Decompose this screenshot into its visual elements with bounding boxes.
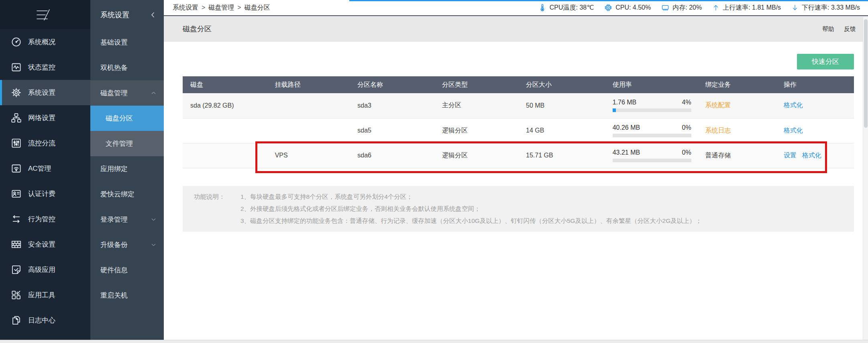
used-value: 1.76 MB <box>613 99 637 106</box>
sidebar-item-system-overview[interactable]: 系统概况 <box>0 29 90 55</box>
sidebar-item-log-center[interactable]: 日志中心 <box>0 308 90 333</box>
page-title: 磁盘分区 <box>183 24 212 34</box>
usage-meter: 1.76 MB4% <box>613 99 691 112</box>
usage-meter: 40.26 MB0% <box>613 124 691 137</box>
sidebar-item-label: 日志中心 <box>28 316 55 325</box>
format-link[interactable]: 格式化 <box>784 102 803 108</box>
used-percent: 0% <box>682 149 691 156</box>
wifi-icon <box>11 163 22 174</box>
submenu-item-ikuai-cloud-binding[interactable]: 爱快云绑定 <box>90 182 164 207</box>
notes-line: 3、磁盘分区支持绑定的功能业务包含：普通存储、行为记录、缓存加速（分区大小10G… <box>240 215 702 227</box>
submenu-header: 系统设置 <box>90 0 164 30</box>
submenu-item-label: 升级备份 <box>100 240 128 249</box>
submenu-item-label: 爱快云绑定 <box>100 190 134 199</box>
submenu-item-app-binding[interactable]: 应用绑定 <box>90 156 164 182</box>
submenu-item-hot-standby[interactable]: 双机热备 <box>90 55 164 80</box>
format-link[interactable]: 格式化 <box>802 152 821 159</box>
cell-disk <box>183 143 267 168</box>
secondary-sidebar: 系统设置 基础设置双机热备磁盘管理磁盘分区文件管理应用绑定爱快云绑定登录管理升级… <box>90 0 164 343</box>
submenu-item-label: 登录管理 <box>100 215 128 224</box>
submenu-item-label: 基础设置 <box>100 38 128 47</box>
cell-partition-type: 主分区 <box>434 93 518 118</box>
column-header-bound-service: 绑定业务 <box>697 76 776 93</box>
partition-table: 磁盘挂载路径分区名称分区类型分区大小使用率绑定业务操作 sda (29.82 G… <box>183 76 854 168</box>
breadcrumb-item[interactable]: 磁盘分区 <box>245 4 270 12</box>
chevron-left-icon[interactable] <box>149 11 157 18</box>
firewall-icon <box>11 239 22 250</box>
monitor-icon <box>11 62 22 73</box>
submenu-item-basic-settings[interactable]: 基础设置 <box>90 30 164 55</box>
breadcrumb-separator: > <box>237 4 241 11</box>
cell-mount-path <box>267 118 350 143</box>
column-header-partition-type: 分区类型 <box>434 76 518 93</box>
cell-operation: 格式化 <box>776 118 854 143</box>
sidebar-item-behavior-control[interactable]: 行为管控 <box>0 206 90 232</box>
format-link[interactable]: 格式化 <box>784 127 803 134</box>
memory-icon <box>661 4 669 12</box>
submenu-item-disk-partition[interactable]: 磁盘分区 <box>90 106 164 131</box>
sidebar-item-label: AC管理 <box>28 164 51 173</box>
service-label: 普通存储 <box>705 152 731 159</box>
breadcrumb-item[interactable]: 系统设置 <box>173 4 198 12</box>
sidebar-item-network-settings[interactable]: 网络设置 <box>0 105 90 131</box>
submenu-item-restart-shutdown[interactable]: 重启关机 <box>90 283 164 308</box>
status-memory: 内存: 20% <box>661 4 702 12</box>
submenu-item-disk-management[interactable]: 磁盘管理 <box>90 80 164 106</box>
quick-partition-button[interactable]: 快速分区 <box>797 54 854 69</box>
cell-disk: sda (29.82 GB) <box>183 93 267 118</box>
vertical-scrollbar-thumb[interactable] <box>864 19 868 128</box>
thermometer-icon <box>538 4 546 12</box>
cell-partition-name: sda6 <box>350 143 434 168</box>
cell-operation: 格式化 <box>776 93 854 118</box>
menu-icon[interactable] <box>35 8 51 21</box>
sidebar-item-status-monitor[interactable]: 状态监控 <box>0 55 90 80</box>
settings-link[interactable]: 设置 <box>784 152 797 159</box>
sidebar-item-advanced-apps[interactable]: 高级应用 <box>0 257 90 282</box>
chevron-down-icon <box>151 216 157 223</box>
sidebar-item-system-settings[interactable]: 系统设置 <box>0 80 90 105</box>
sidebar-item-label: 行为管控 <box>28 214 55 224</box>
column-header-mount-path: 挂载路径 <box>267 76 350 93</box>
submenu-item-label: 磁盘分区 <box>106 114 133 123</box>
feedback-link[interactable]: 反馈 <box>844 25 856 33</box>
sidebar-item-app-tools[interactable]: 应用工具 <box>0 282 90 308</box>
status-cpu-temp: CPU温度: 38℃ <box>538 4 594 12</box>
sidebar-item-security-settings[interactable]: 安全设置 <box>0 232 90 257</box>
submenu-item-label: 硬件信息 <box>100 265 128 275</box>
cell-disk <box>183 118 267 143</box>
table-row-sda5: sda5逻辑分区14 GB40.26 MB0%系统日志格式化 <box>183 118 854 143</box>
used-value: 43.21 MB <box>613 149 640 156</box>
sidebar-item-ac-management[interactable]: AC管理 <box>0 156 90 181</box>
usage-meter: 43.21 MB0% <box>613 149 691 162</box>
submenu-item-hardware-info[interactable]: 硬件信息 <box>90 257 164 283</box>
column-header-partition-size: 分区大小 <box>518 76 605 93</box>
table-row-sda3: sda (29.82 GB)sda3主分区50 MB1.76 MB4%系统配置格… <box>183 93 854 118</box>
arrow-down-icon <box>791 4 799 12</box>
cell-bound-service: 普通存储 <box>697 143 776 168</box>
breadcrumb-separator: > <box>202 4 205 11</box>
arrow-up-icon <box>712 4 719 12</box>
cpu-icon <box>604 4 612 12</box>
cell-mount-path <box>267 93 350 118</box>
table-row-sda6: VPSsda6逻辑分区15.71 GB43.21 MB0%普通存储设置格式化 <box>183 143 854 168</box>
help-link[interactable]: 帮助 <box>822 25 834 33</box>
cell-partition-name: sda5 <box>350 118 434 143</box>
submenu-item-upgrade-backup[interactable]: 升级备份 <box>90 232 164 257</box>
submenu-item-file-management[interactable]: 文件管理 <box>90 131 164 156</box>
submenu-items: 基础设置双机热备磁盘管理磁盘分区文件管理应用绑定爱快云绑定登录管理升级备份硬件信… <box>90 30 164 308</box>
table-header-row: 磁盘挂载路径分区名称分区类型分区大小使用率绑定业务操作 <box>183 76 854 93</box>
sidebar-item-auth-billing[interactable]: 认证计费 <box>0 181 90 206</box>
sidebar-header <box>0 0 90 29</box>
submenu-item-login-management[interactable]: 登录管理 <box>90 207 164 232</box>
sidebar-item-flow-control[interactable]: 流控分流 <box>0 131 90 156</box>
horizontal-scrollbar[interactable] <box>0 340 868 343</box>
page-title-bar: 磁盘分区 帮助 反馈 <box>164 16 868 42</box>
status-upload-rate-text: 上行速率: 1.81 MB/s <box>723 4 781 12</box>
used-value: 40.26 MB <box>613 124 640 131</box>
cell-usage: 43.21 MB0% <box>605 143 698 168</box>
sidebar-item-label: 系统设置 <box>28 88 55 97</box>
breadcrumb-item[interactable]: 磁盘管理 <box>208 4 234 12</box>
app-window: 系统概况状态监控系统设置网络设置流控分流AC管理认证计费行为管控安全设置高级应用… <box>0 0 868 343</box>
sidebar-item-label: 应用工具 <box>28 290 55 300</box>
sidebar-item-label: 认证计费 <box>28 189 55 198</box>
